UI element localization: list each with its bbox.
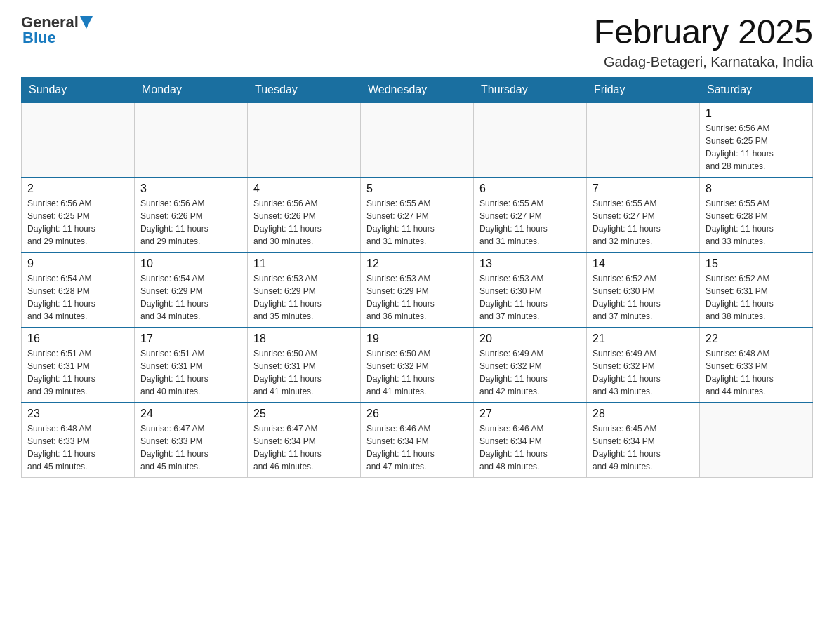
day-info: Sunrise: 6:48 AM Sunset: 6:33 PM Dayligh…: [27, 422, 128, 473]
calendar-cell: 13Sunrise: 6:53 AM Sunset: 6:30 PM Dayli…: [474, 253, 587, 328]
day-number: 12: [366, 257, 468, 270]
calendar-cell: 24Sunrise: 6:47 AM Sunset: 6:33 PM Dayli…: [135, 403, 248, 478]
day-number: 14: [593, 257, 694, 270]
calendar-cell: 22Sunrise: 6:48 AM Sunset: 6:33 PM Dayli…: [700, 328, 813, 403]
day-number: 6: [479, 182, 581, 195]
day-info: Sunrise: 6:52 AM Sunset: 6:30 PM Dayligh…: [593, 272, 694, 323]
column-header-sunday: Sunday: [22, 77, 135, 102]
calendar-cell: 17Sunrise: 6:51 AM Sunset: 6:31 PM Dayli…: [135, 328, 248, 403]
day-number: 7: [593, 182, 694, 195]
svg-marker-0: [80, 16, 93, 29]
day-info: Sunrise: 6:51 AM Sunset: 6:31 PM Dayligh…: [140, 347, 241, 398]
calendar-cell: 8Sunrise: 6:55 AM Sunset: 6:28 PM Daylig…: [700, 177, 813, 253]
day-info: Sunrise: 6:49 AM Sunset: 6:32 PM Dayligh…: [593, 347, 694, 398]
calendar-week-row: 9Sunrise: 6:54 AM Sunset: 6:28 PM Daylig…: [22, 253, 813, 328]
day-number: 13: [479, 257, 581, 270]
calendar-cell: 23Sunrise: 6:48 AM Sunset: 6:33 PM Dayli…: [22, 403, 135, 478]
day-info: Sunrise: 6:46 AM Sunset: 6:34 PM Dayligh…: [366, 422, 468, 473]
calendar-cell: 3Sunrise: 6:56 AM Sunset: 6:26 PM Daylig…: [135, 177, 248, 253]
month-title: February 2025: [594, 14, 813, 51]
day-number: 10: [140, 257, 241, 270]
day-info: Sunrise: 6:50 AM Sunset: 6:32 PM Dayligh…: [366, 347, 468, 398]
calendar-week-row: 16Sunrise: 6:51 AM Sunset: 6:31 PM Dayli…: [22, 328, 813, 403]
calendar-cell: [700, 403, 813, 478]
calendar-cell: 20Sunrise: 6:49 AM Sunset: 6:32 PM Dayli…: [474, 328, 587, 403]
calendar-cell: 16Sunrise: 6:51 AM Sunset: 6:31 PM Dayli…: [22, 328, 135, 403]
calendar-cell: [361, 102, 474, 177]
day-info: Sunrise: 6:49 AM Sunset: 6:32 PM Dayligh…: [479, 347, 581, 398]
day-number: 5: [366, 182, 468, 195]
calendar-cell: 19Sunrise: 6:50 AM Sunset: 6:32 PM Dayli…: [361, 328, 474, 403]
calendar-table: SundayMondayTuesdayWednesdayThursdayFrid…: [21, 77, 813, 478]
column-header-monday: Monday: [135, 77, 248, 102]
calendar-week-row: 23Sunrise: 6:48 AM Sunset: 6:33 PM Dayli…: [22, 403, 813, 478]
day-number: 4: [253, 182, 355, 195]
calendar-cell: 26Sunrise: 6:46 AM Sunset: 6:34 PM Dayli…: [361, 403, 474, 478]
calendar-cell: 21Sunrise: 6:49 AM Sunset: 6:32 PM Dayli…: [587, 328, 700, 403]
calendar-cell: 27Sunrise: 6:46 AM Sunset: 6:34 PM Dayli…: [474, 403, 587, 478]
day-info: Sunrise: 6:54 AM Sunset: 6:29 PM Dayligh…: [140, 272, 241, 323]
day-info: Sunrise: 6:46 AM Sunset: 6:34 PM Dayligh…: [479, 422, 581, 473]
calendar-header-row: SundayMondayTuesdayWednesdayThursdayFrid…: [22, 77, 813, 102]
day-number: 21: [593, 333, 694, 345]
day-number: 20: [479, 333, 581, 345]
logo-blue-text: Blue: [22, 29, 56, 46]
day-number: 18: [253, 333, 355, 345]
calendar-cell: 4Sunrise: 6:56 AM Sunset: 6:26 PM Daylig…: [248, 177, 361, 253]
column-header-saturday: Saturday: [700, 77, 813, 102]
column-header-friday: Friday: [587, 77, 700, 102]
location-subtitle: Gadag-Betageri, Karnataka, India: [594, 54, 813, 70]
day-info: Sunrise: 6:47 AM Sunset: 6:33 PM Dayligh…: [140, 422, 241, 473]
day-info: Sunrise: 6:50 AM Sunset: 6:31 PM Dayligh…: [253, 347, 355, 398]
day-info: Sunrise: 6:53 AM Sunset: 6:29 PM Dayligh…: [366, 272, 468, 323]
calendar-cell: 18Sunrise: 6:50 AM Sunset: 6:31 PM Dayli…: [248, 328, 361, 403]
day-info: Sunrise: 6:56 AM Sunset: 6:25 PM Dayligh…: [27, 197, 128, 248]
day-number: 11: [253, 257, 355, 270]
calendar-cell: 25Sunrise: 6:47 AM Sunset: 6:34 PM Dayli…: [248, 403, 361, 478]
day-info: Sunrise: 6:55 AM Sunset: 6:27 PM Dayligh…: [593, 197, 694, 248]
logo-triangle-icon: [80, 16, 93, 29]
calendar-cell: 28Sunrise: 6:45 AM Sunset: 6:34 PM Dayli…: [587, 403, 700, 478]
calendar-cell: 1Sunrise: 6:56 AM Sunset: 6:25 PM Daylig…: [700, 102, 813, 177]
day-number: 15: [706, 257, 807, 270]
title-section: February 2025 Gadag-Betageri, Karnataka,…: [594, 14, 813, 70]
day-number: 2: [27, 182, 128, 195]
day-info: Sunrise: 6:56 AM Sunset: 6:26 PM Dayligh…: [253, 197, 355, 248]
day-number: 27: [479, 408, 581, 420]
day-number: 3: [140, 182, 241, 195]
column-header-thursday: Thursday: [474, 77, 587, 102]
calendar-cell: [22, 102, 135, 177]
day-info: Sunrise: 6:51 AM Sunset: 6:31 PM Dayligh…: [27, 347, 128, 398]
column-header-tuesday: Tuesday: [248, 77, 361, 102]
calendar-cell: 9Sunrise: 6:54 AM Sunset: 6:28 PM Daylig…: [22, 253, 135, 328]
day-number: 19: [366, 333, 468, 345]
calendar-cell: 14Sunrise: 6:52 AM Sunset: 6:30 PM Dayli…: [587, 253, 700, 328]
day-info: Sunrise: 6:52 AM Sunset: 6:31 PM Dayligh…: [706, 272, 807, 323]
calendar-cell: 7Sunrise: 6:55 AM Sunset: 6:27 PM Daylig…: [587, 177, 700, 253]
calendar-cell: 11Sunrise: 6:53 AM Sunset: 6:29 PM Dayli…: [248, 253, 361, 328]
calendar-cell: 12Sunrise: 6:53 AM Sunset: 6:29 PM Dayli…: [361, 253, 474, 328]
day-number: 8: [706, 182, 807, 195]
day-info: Sunrise: 6:45 AM Sunset: 6:34 PM Dayligh…: [593, 422, 694, 473]
calendar-cell: 5Sunrise: 6:55 AM Sunset: 6:27 PM Daylig…: [361, 177, 474, 253]
calendar-week-row: 1Sunrise: 6:56 AM Sunset: 6:25 PM Daylig…: [22, 102, 813, 177]
column-header-wednesday: Wednesday: [361, 77, 474, 102]
day-info: Sunrise: 6:55 AM Sunset: 6:27 PM Dayligh…: [366, 197, 468, 248]
day-info: Sunrise: 6:56 AM Sunset: 6:26 PM Dayligh…: [140, 197, 241, 248]
day-number: 26: [366, 408, 468, 420]
day-info: Sunrise: 6:48 AM Sunset: 6:33 PM Dayligh…: [706, 347, 807, 398]
calendar-cell: [474, 102, 587, 177]
calendar-week-row: 2Sunrise: 6:56 AM Sunset: 6:25 PM Daylig…: [22, 177, 813, 253]
logo: General Blue: [21, 14, 93, 46]
calendar-cell: 6Sunrise: 6:55 AM Sunset: 6:27 PM Daylig…: [474, 177, 587, 253]
day-number: 9: [27, 257, 128, 270]
day-number: 16: [27, 333, 128, 345]
day-info: Sunrise: 6:56 AM Sunset: 6:25 PM Dayligh…: [706, 122, 807, 173]
day-number: 28: [593, 408, 694, 420]
day-info: Sunrise: 6:53 AM Sunset: 6:30 PM Dayligh…: [479, 272, 581, 323]
calendar-cell: [135, 102, 248, 177]
calendar-cell: [248, 102, 361, 177]
calendar-cell: 2Sunrise: 6:56 AM Sunset: 6:25 PM Daylig…: [22, 177, 135, 253]
calendar-cell: [587, 102, 700, 177]
calendar-cell: 10Sunrise: 6:54 AM Sunset: 6:29 PM Dayli…: [135, 253, 248, 328]
